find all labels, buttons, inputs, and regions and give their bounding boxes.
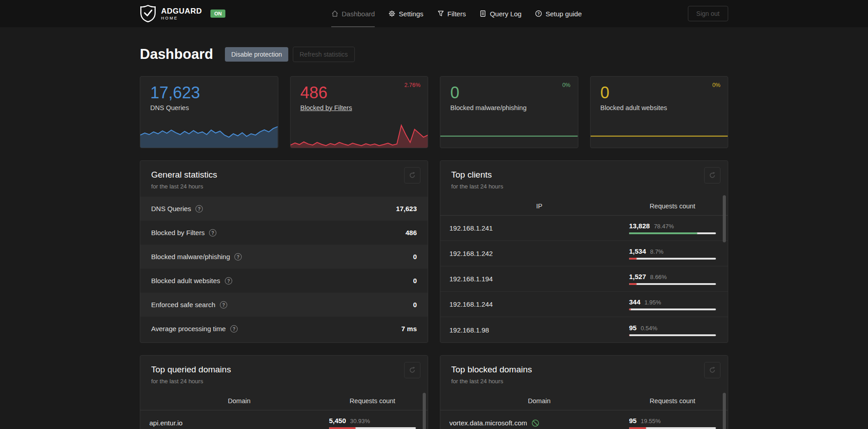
nav-label: Setup guide [545,10,582,18]
help-icon[interactable]: ? [209,229,217,237]
sparkline-chart [291,121,428,148]
domain-name[interactable]: vortex.data.microsoft.com [449,419,527,427]
stat-row-value: 0 [413,301,417,308]
client-ip[interactable]: 192.168.1.98 [449,326,629,334]
request-percent: 19.55% [641,418,661,424]
request-percent: 0.54% [641,325,658,332]
nav-label: Dashboard [342,10,375,18]
request-percent: 1.95% [644,299,661,306]
refresh-statistics-button[interactable]: Refresh statistics [293,47,355,62]
sparkline-chart [591,121,728,148]
svg-text:?: ? [222,302,225,307]
stat-label: DNS Queries [140,102,278,111]
protection-on-badge: ON [210,10,225,18]
stat-trend-percent: 0% [712,82,720,88]
nav-query-log[interactable]: Query Log [479,0,521,27]
blocked-by-filters-link[interactable]: Blocked by Filters [291,102,362,111]
client-ip[interactable]: 192.168.1.244 [449,300,629,308]
stat-card-blocked-adult: 0% 0 Blocked adult websites [590,76,729,148]
stat-row-value: 7 ms [401,325,417,333]
stat-row-label: DNS Queries [151,205,191,212]
svg-text:?: ? [198,206,200,211]
nav-setup-guide[interactable]: ? Setup guide [535,0,582,27]
stat-row: Enforced safe search ? 0 [140,293,428,317]
card-subtitle: for the last 24 hours [451,183,717,190]
general-statistics-rows: DNS Queries ? 17,623 Blocked by Filters … [140,197,428,341]
sparkline-chart [140,121,278,148]
svg-text:?: ? [538,11,540,16]
card-title: General statistics [151,170,417,180]
column-header-domain: Domain [149,397,329,405]
brand-subtitle: HOME [161,16,202,20]
card-title: Top blocked domains [451,365,717,375]
domain-name[interactable]: api.entur.io [149,419,329,427]
adguard-logo[interactable]: ADGUARD HOME ON [140,5,225,23]
help-icon[interactable]: ? [230,325,238,333]
request-percent: 8.66% [650,274,667,280]
nav-label: Settings [399,10,423,18]
refresh-icon [709,366,716,374]
help-icon[interactable]: ? [224,277,233,285]
card-subtitle: for the last 24 hours [451,378,717,385]
disable-protection-button[interactable]: Disable protection [225,47,288,62]
stat-row-value: 17,623 [396,205,417,212]
sign-out-button[interactable]: Sign out [688,6,728,21]
request-count: 95 [629,324,637,332]
card-refresh-button[interactable] [404,167,420,183]
column-header-requests: Requests count [329,397,416,405]
domain-row: api.entur.io 5,45030.93% [140,410,428,429]
request-count: 95 [629,417,637,424]
top-blocked-domains-card: Top blocked domains for the last 24 hour… [440,355,728,429]
client-ip[interactable]: 192.168.1.194 [449,275,629,283]
top-navbar: ADGUARD HOME ON Dashboard [0,0,868,27]
card-refresh-button[interactable] [704,167,720,183]
card-refresh-button[interactable] [704,362,720,378]
help-icon[interactable]: ? [195,205,203,213]
stat-row: DNS Queries ? 17,623 [140,197,428,221]
stat-value: 0 [440,77,578,102]
column-header-ip: IP [449,202,629,210]
general-statistics-card: General statistics for the last 24 hours… [140,160,428,343]
client-row: 192.168.1.194 1,5278.66% [440,266,728,292]
gear-icon [388,10,396,17]
nav-filters[interactable]: Filters [437,0,466,27]
scrollbar-thumb[interactable] [723,393,726,429]
scrollbar-thumb[interactable] [423,393,426,429]
request-percent: 78.47% [654,223,674,230]
stat-label: Blocked malware/phishing [440,102,578,111]
request-count: 344 [629,298,640,306]
client-ip[interactable]: 192.168.1.241 [449,224,629,232]
table-header: IP Requests count [440,197,728,216]
domain-row: vortex.data.microsoft.com 9519.55% [440,410,728,429]
brand-name: ADGUARD [161,7,202,15]
request-count: 13,828 [629,222,650,230]
home-icon [331,10,339,17]
shield-logo-icon [140,5,156,23]
progress-bar [629,283,716,285]
stat-card-blocked-malware: 0% 0 Blocked malware/phishing [440,76,578,148]
table-header: Domain Requests count [440,391,728,410]
stat-cards-row: 17,623 DNS Queries 2.76% 486 Blocked by … [140,76,728,148]
stat-value: 0 [591,77,728,102]
filter-funnel-icon [437,10,444,17]
stat-value: 486 [291,77,428,102]
nav-label: Query Log [490,10,521,18]
request-count: 1,527 [629,273,646,280]
request-percent: 30.93% [350,418,370,424]
sparkline-chart [440,121,578,148]
stat-row-label: Blocked adult websites [151,277,220,284]
card-refresh-button[interactable] [404,362,420,378]
stat-row: Blocked malware/phishing ? 0 [140,245,428,269]
card-title: Top queried domains [151,365,417,375]
help-icon[interactable]: ? [234,253,242,261]
stat-row-value: 486 [405,229,417,236]
help-icon[interactable]: ? [219,301,228,309]
svg-text:?: ? [227,278,230,283]
svg-text:?: ? [233,326,235,331]
scrollbar-thumb[interactable] [723,195,726,242]
progress-bar [629,232,716,234]
client-ip[interactable]: 192.168.1.242 [449,250,629,257]
stat-value: 17,623 [140,77,278,102]
nav-settings[interactable]: Settings [388,0,423,27]
nav-dashboard[interactable]: Dashboard [331,0,375,27]
